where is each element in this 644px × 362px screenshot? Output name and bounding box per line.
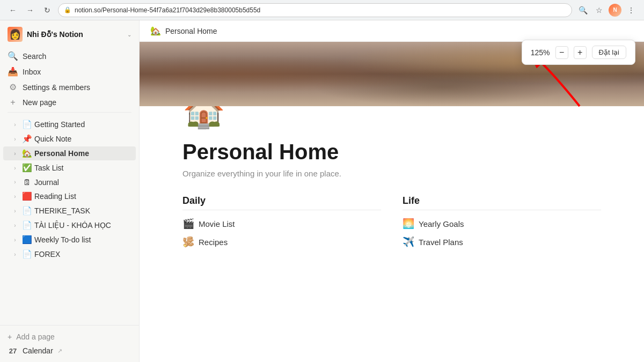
page-item-icon: 🟦 <box>21 235 32 245</box>
page-header-bar: 🏡 Personal Home <box>140 20 644 42</box>
page-item-icon: 📄 <box>21 249 32 259</box>
settings-icon: ⚙ <box>8 82 18 92</box>
page-item-label: Quick Note <box>34 135 71 143</box>
chrome-avatar: N <box>609 4 621 17</box>
chevron-icon: › <box>11 151 19 157</box>
page-item-icon: 📌 <box>21 134 32 144</box>
page-item-label: TÀI LIỆU - KHÓA HỌC <box>34 221 111 230</box>
page-item-icon: 📄 <box>21 220 32 230</box>
zoom-value: 125% <box>531 48 550 57</box>
sidebar-item-personal-home[interactable]: › 🏡 Personal Home <box>3 146 136 160</box>
section-title-daily: Daily <box>182 195 381 210</box>
page-item-label: Personal Home <box>34 149 89 158</box>
user-name: Nhi Đỗ's Notion <box>27 30 123 39</box>
section-item-icon: 🌅 <box>402 218 414 230</box>
add-page-button[interactable]: + Add a page <box>0 330 139 344</box>
chevron-icon: › <box>11 223 19 228</box>
avatar: 👩 <box>8 27 23 42</box>
settings-nav-item[interactable]: ⚙ Settings & members <box>0 79 139 95</box>
calendar-link-icon: ↗ <box>57 348 62 354</box>
page-item-icon: 📄 <box>21 120 32 129</box>
new-page-plus-icon: + <box>8 98 18 107</box>
sections-grid: Daily 🎬 Movie List 🫚 Recipes Life 🌅 Year… <box>182 195 601 251</box>
chevron-icon: › <box>11 122 19 128</box>
reload-button[interactable]: ↻ <box>41 4 54 17</box>
sidebar-item-getting-started[interactable]: › 📄 Getting Started <box>3 117 136 131</box>
page-item-label: Weekly To-do list <box>34 235 91 244</box>
section-item-label: Recipes <box>199 238 228 247</box>
chevron-icon: › <box>11 179 19 185</box>
lock-icon: 🔒 <box>64 6 71 13</box>
search-nav-item[interactable]: 🔍 Search <box>0 48 139 64</box>
sidebar: 👩 Nhi Đỗ's Notion ⌄ 🔍 Search 📥 Inbox ⚙ S… <box>0 20 140 362</box>
section-item-yearly-goals[interactable]: 🌅 Yearly Goals <box>402 215 601 233</box>
page-item-icon: 🗓 <box>21 178 32 187</box>
section-item-label: Yearly Goals <box>419 219 464 228</box>
user-caret-icon: ⌄ <box>127 32 131 38</box>
inbox-nav-item[interactable]: 📥 Inbox <box>0 64 139 79</box>
sidebar-item-weekly-todo[interactable]: › 🟦 Weekly To-do list <box>3 233 136 247</box>
forward-button[interactable]: → <box>24 4 36 17</box>
section-item-icon: ✈️ <box>402 236 414 248</box>
page-item-icon: ✅ <box>21 163 32 173</box>
page-body: 🏠 Personal Home Organize everything in y… <box>140 106 644 362</box>
chevron-icon: › <box>11 165 19 171</box>
section-item-travel-plans[interactable]: ✈️ Travel Plans <box>402 233 601 251</box>
sidebar-item-journal[interactable]: › 🗓 Journal <box>3 175 136 189</box>
add-page-plus-icon: + <box>8 333 12 341</box>
section-title-life: Life <box>402 195 601 210</box>
chevron-icon: › <box>11 136 19 142</box>
page-header-title: Personal Home <box>165 27 217 35</box>
sidebar-divider <box>8 112 131 113</box>
section-item-label: Movie List <box>199 219 235 228</box>
sidebar-item-tai-lieu[interactable]: › 📄 TÀI LIỆU - KHÓA HỌC <box>3 218 136 232</box>
sidebar-item-task-list[interactable]: › ✅ Task List <box>3 161 136 175</box>
zoom-minus-button[interactable]: − <box>555 46 568 59</box>
section-item-icon: 🫚 <box>182 236 194 248</box>
new-page-nav-item[interactable]: + New page <box>0 95 139 110</box>
bookmark-button[interactable]: ☆ <box>592 4 605 17</box>
app-container: 👩 Nhi Đỗ's Notion ⌄ 🔍 Search 📥 Inbox ⚙ S… <box>0 20 644 362</box>
page-item-label: THERIKE_TASK <box>34 206 90 215</box>
main-content: 🏡 Personal Home 125% − + Đặt lại <box>140 20 644 362</box>
chevron-icon: › <box>11 252 19 257</box>
sidebar-item-reading-list[interactable]: › 🟥 Reading List <box>3 189 136 203</box>
chevron-icon: › <box>11 194 19 200</box>
chevron-icon: › <box>11 208 19 214</box>
page-item-label: Getting Started <box>34 120 85 129</box>
page-item-icon: 🟥 <box>21 191 32 201</box>
search-icon: 🔍 <box>8 51 18 61</box>
calendar-item[interactable]: 27 Calendar ↗ <box>0 344 139 358</box>
inbox-label: Inbox <box>23 68 41 76</box>
zoom-icon-button[interactable]: 🔍 <box>576 4 589 17</box>
menu-button[interactable]: ⋮ <box>625 4 638 17</box>
calendar-label: Calendar <box>23 346 53 355</box>
chevron-icon: › <box>11 237 19 243</box>
section-daily: Daily 🎬 Movie List 🫚 Recipes <box>182 195 381 251</box>
back-button[interactable]: ← <box>6 4 19 17</box>
user-menu[interactable]: 👩 Nhi Đỗ's Notion ⌄ <box>0 20 139 48</box>
url-text: notion.so/Personal-Home-54f7a6a21f7043d2… <box>75 6 260 14</box>
page-item-label: Task List <box>34 164 63 172</box>
section-item-label: Travel Plans <box>419 238 463 247</box>
section-item-movie-list[interactable]: 🎬 Movie List <box>182 215 381 233</box>
browser-chrome: ← → ↻ 🔒 notion.so/Personal-Home-54f7a6a2… <box>0 0 644 20</box>
browser-actions: 🔍 ☆ N ⋮ <box>576 4 638 17</box>
zoom-reset-button[interactable]: Đặt lại <box>592 46 626 59</box>
sidebar-pages: › 📄 Getting Started › 📌 Quick Note › 🏡 P… <box>0 115 139 325</box>
add-page-label: Add a page <box>16 333 55 341</box>
page-subtitle: Organize everything in your life in one … <box>182 169 601 178</box>
url-bar[interactable]: 🔒 notion.so/Personal-Home-54f7a6a21f7043… <box>58 3 572 17</box>
settings-label: Settings & members <box>23 83 90 92</box>
zoom-popup: 125% − + Đặt lại <box>522 40 635 65</box>
page-item-label: FOREX <box>34 250 60 258</box>
section-life: Life 🌅 Yearly Goals ✈️ Travel Plans <box>402 195 601 251</box>
section-item-recipes[interactable]: 🫚 Recipes <box>182 233 381 251</box>
page-header-icon: 🏡 <box>150 26 161 36</box>
sidebar-item-quick-note[interactable]: › 📌 Quick Note <box>3 132 136 146</box>
page-item-label: Reading List <box>34 192 76 201</box>
zoom-plus-button[interactable]: + <box>574 46 587 59</box>
sidebar-item-forex[interactable]: › 📄 FOREX <box>3 247 136 261</box>
sidebar-bottom: + Add a page 27 Calendar ↗ <box>0 325 139 362</box>
sidebar-item-therike-task[interactable]: › 📄 THERIKE_TASK <box>3 204 136 218</box>
